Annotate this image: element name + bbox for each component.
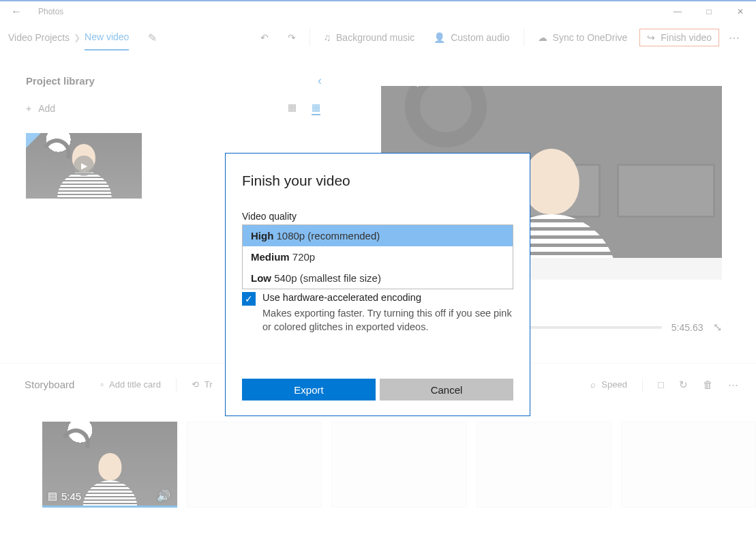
- more-button[interactable]: ⋯: [719, 31, 751, 44]
- library-clip-thumbnail[interactable]: ▶: [26, 133, 142, 199]
- more-storyboard-button[interactable]: ⋯: [728, 379, 738, 391]
- storyboard-clip-1[interactable]: ▤ 5:45 🔊: [42, 422, 177, 508]
- redo-button[interactable]: ↷: [278, 22, 305, 53]
- breadcrumb-projects[interactable]: Video Projects: [8, 32, 70, 43]
- hardware-accel-label: Use hardware-accelerated encoding: [262, 292, 421, 303]
- breadcrumb-current[interactable]: New video: [85, 31, 129, 50]
- hardware-accel-checkbox[interactable]: ✓: [242, 292, 256, 306]
- duration-display: 5:45.63: [671, 322, 704, 333]
- toolbar: Video Projects ❯ New video ✎ ↶ ↷ ♫ Backg…: [0, 22, 756, 53]
- dialog-title: Finish your video: [226, 154, 530, 196]
- quality-option-medium[interactable]: Medium 720p: [243, 246, 513, 267]
- hardware-accel-description: Makes exporting faster. Try turning this…: [226, 306, 530, 334]
- redo-icon: ↷: [288, 32, 296, 43]
- video-quality-dropdown[interactable]: High 1080p (recommended) Medium 720p Low…: [242, 224, 513, 289]
- trim-button[interactable]: ⟲ Tr: [192, 379, 213, 390]
- video-quality-label: Video quality: [226, 196, 530, 224]
- cloud-icon: ☁: [538, 32, 547, 43]
- grid-view-small-icon[interactable]: ▦: [312, 102, 320, 115]
- quality-option-high[interactable]: High 1080p (recommended): [243, 225, 513, 246]
- chevron-right-icon: ❯: [74, 33, 80, 42]
- add-media-button[interactable]: + Add: [26, 103, 55, 114]
- minimize-button[interactable]: ―: [662, 1, 693, 23]
- delete-icon[interactable]: 🗑: [703, 379, 713, 390]
- fullscreen-icon[interactable]: ⤡: [713, 321, 722, 334]
- custom-audio-button[interactable]: 👤 Custom audio: [424, 22, 519, 53]
- window-controls: ― □ ✕: [662, 1, 756, 23]
- title-card-icon: ▫: [100, 379, 104, 390]
- finish-video-button[interactable]: ↪ Finish video: [639, 29, 719, 46]
- used-clip-indicator-icon: [26, 133, 41, 148]
- export-icon: ↪: [647, 32, 655, 43]
- back-button[interactable]: ←: [0, 5, 33, 18]
- title-bar: ← Photos ― □ ✕: [0, 0, 756, 22]
- volume-icon[interactable]: 🔊: [157, 489, 170, 502]
- clip-duration-badge: ▤ 5:45: [48, 490, 81, 502]
- storyboard-empty-slot[interactable]: [187, 422, 322, 508]
- edit-title-icon[interactable]: ✎: [148, 31, 157, 44]
- rotate-icon[interactable]: ↻: [679, 379, 688, 391]
- plus-icon: +: [26, 103, 31, 114]
- trim-icon: ⟲: [192, 379, 199, 390]
- add-title-card-button[interactable]: ▫ Add title card: [100, 379, 160, 390]
- storyboard-empty-slot[interactable]: [477, 422, 611, 508]
- crop-icon[interactable]: □: [658, 379, 664, 390]
- quality-option-low[interactable]: Low 540p (smallest file size): [243, 267, 513, 289]
- undo-button[interactable]: ↶: [251, 22, 278, 53]
- breadcrumb: Video Projects ❯ New video: [5, 25, 129, 50]
- finish-video-dialog: Finish your video Video quality High 108…: [225, 153, 530, 416]
- storyboard-empty-slot[interactable]: [621, 422, 756, 508]
- music-icon: ♫: [324, 32, 331, 43]
- play-icon: ▶: [74, 156, 94, 176]
- export-button[interactable]: Export: [242, 379, 376, 400]
- storyboard-empty-slot[interactable]: [331, 422, 466, 508]
- audio-icon: 👤: [434, 32, 445, 43]
- speed-button[interactable]: ⌕ Speed: [590, 379, 627, 390]
- grid-view-large-icon[interactable]: ▦: [288, 102, 297, 115]
- storyboard-title: Storyboard: [25, 379, 74, 390]
- duration-icon: ▤: [48, 490, 57, 502]
- background-music-button[interactable]: ♫ Background music: [314, 22, 425, 53]
- maximize-button[interactable]: □: [693, 1, 725, 23]
- collapse-library-icon[interactable]: ‹: [318, 74, 322, 88]
- speed-icon: ⌕: [590, 379, 596, 390]
- app-title: Photos: [33, 7, 63, 16]
- close-button[interactable]: ✕: [725, 1, 756, 23]
- cancel-button[interactable]: Cancel: [380, 379, 513, 400]
- undo-icon: ↶: [260, 32, 269, 43]
- sync-onedrive-button[interactable]: ☁ Sync to OneDrive: [528, 22, 637, 53]
- project-library-title: Project library: [26, 75, 318, 87]
